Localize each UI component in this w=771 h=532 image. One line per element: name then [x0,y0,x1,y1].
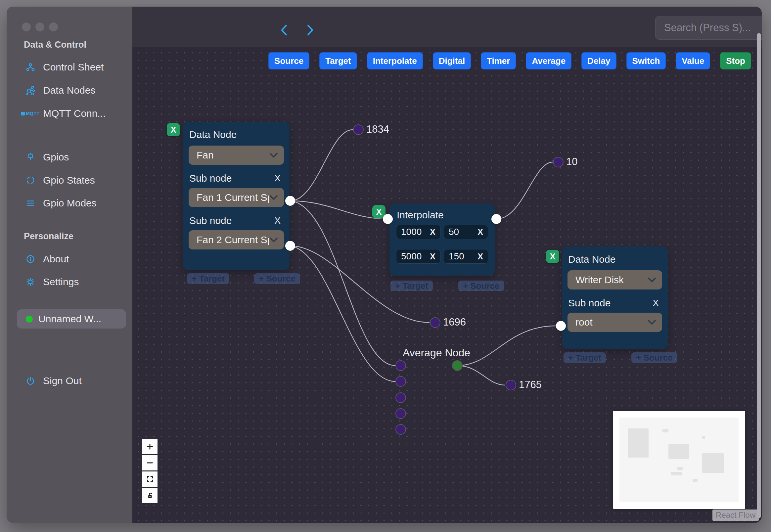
interpolate-value[interactable]: 1000 [401,227,422,237]
device-select[interactable]: Writer Disk [567,270,662,289]
interpolate-row: 5000 X 150 X [396,249,488,264]
unlock-icon [146,491,154,500]
vertical-scrollbar[interactable] [757,33,761,518]
info-icon [24,254,37,264]
react-flow-attribution[interactable]: React Flow [712,510,759,521]
value-node-handle[interactable] [553,157,564,167]
fit-view-button[interactable] [142,471,158,487]
interpolate-value-chip[interactable]: 5000 X [396,249,440,264]
add-source-handle-button[interactable]: + Source [458,281,504,291]
source-handle[interactable] [285,196,295,206]
add-target-handle-button[interactable]: + Target [564,352,606,363]
sub-node-select[interactable]: Fan 2 Current Spe [189,230,284,249]
lock-button[interactable] [142,488,158,503]
edge-value-label: 10 [566,156,577,168]
edge-value-label: 1765 [519,379,542,391]
interpolate-value[interactable]: 50 [449,227,459,237]
sidebar-item-control-sheet[interactable]: Control Sheet [24,60,104,74]
sidebar-item-gpio-modes[interactable]: Gpio Modes [24,196,97,210]
maximize-window-button[interactable] [49,22,58,31]
sidebar-item-settings[interactable]: Settings [24,275,79,289]
remove-sub-node-button[interactable]: X [651,298,661,308]
interpolate-value-chip[interactable]: 150 X [444,249,488,264]
source-handle[interactable] [491,214,501,224]
data-node-writer-disk[interactable]: Data Node Writer Disk Sub node X root [562,246,668,349]
chevron-right-icon [305,24,315,36]
interpolate-value-chip[interactable]: 50 X [444,225,488,239]
sidebar-item-label: MQTT Conn... [43,108,106,119]
mqtt-icon: MQTT [24,111,37,116]
interpolate-row: 1000 X 50 X [396,225,488,239]
remove-sub-node-button[interactable]: X [272,173,283,184]
sidebar-item-mqtt[interactable]: MQTT MQTT Conn... [24,106,106,121]
sidebar-item-label: About [43,253,69,265]
sub-node-select[interactable]: Fan 1 Current Spe [189,188,284,207]
add-source-handle-button[interactable]: + Source [254,273,300,284]
value-node-handle[interactable] [430,317,440,328]
add-digital-button[interactable]: Digital [433,52,471,69]
average-input-handle[interactable] [395,376,406,387]
add-delay-button[interactable]: Delay [581,52,616,69]
data-node-fan[interactable]: Data Node Fan Sub node X Fan 1 Current S… [183,122,290,270]
minus-icon [146,459,154,467]
node-toolbar: Source Target Interpolate Digital Timer … [268,52,751,69]
remove-sub-node-button[interactable]: X [272,215,283,226]
search-input[interactable] [655,16,762,40]
add-value-button[interactable]: Value [676,52,710,69]
close-window-button[interactable] [22,22,31,31]
add-target-button[interactable]: Target [319,52,357,69]
interpolate-value-chip[interactable]: 1000 X [396,225,440,239]
interpolate-value[interactable]: 150 [449,251,464,262]
remove-value-button[interactable]: X [477,227,483,237]
sidebar-item-workspace[interactable]: Unnamed W... [17,309,126,329]
add-target-handle-button[interactable]: + Target [390,281,433,291]
sidebar-item-sign-out[interactable]: Sign Out [24,374,82,388]
canvas-controls [142,439,158,503]
target-handle[interactable] [556,321,566,331]
gear-icon [24,277,37,287]
value-node-handle[interactable] [353,124,364,135]
interpolate-value[interactable]: 5000 [401,251,422,262]
target-handle[interactable] [383,214,393,224]
add-source-button[interactable]: Source [268,52,309,69]
add-switch-button[interactable]: Switch [626,52,666,69]
power-icon [24,376,37,386]
value-node-handle[interactable] [506,380,516,390]
delete-node-button[interactable]: X [546,250,559,263]
average-output-handle[interactable] [452,360,463,371]
minimize-window-button[interactable] [35,22,44,31]
sidebar-item-about[interactable]: About [24,252,69,266]
edge-value-label: 1834 [366,123,389,135]
remove-value-button[interactable]: X [430,227,435,237]
sidebar-item-data-nodes[interactable]: Data Nodes [24,83,95,98]
back-button[interactable] [280,24,290,36]
sub-node-row: Sub node X [189,215,283,226]
add-average-button[interactable]: Average [526,52,571,69]
zoom-out-button[interactable] [142,455,158,470]
add-target-handle-button[interactable]: + Target [187,273,229,284]
remove-value-button[interactable]: X [477,252,483,261]
interpolate-node[interactable]: Interpolate 1000 X 50 X 5000 X 150 X [389,203,495,276]
delete-node-button[interactable]: X [167,123,180,136]
source-handle[interactable] [285,241,295,251]
sidebar-item-gpios[interactable]: Gpios [24,150,69,164]
sub-node-select[interactable]: root [567,313,662,332]
add-timer-button[interactable]: Timer [481,52,516,69]
remove-value-button[interactable]: X [430,252,435,261]
sub-node-row: Sub node X [568,297,661,309]
minimap[interactable] [613,411,745,509]
add-interpolate-button[interactable]: Interpolate [367,52,423,69]
stop-button[interactable]: Stop [720,52,751,69]
forward-button[interactable] [305,24,315,36]
minimap-node [677,467,683,470]
fit-view-icon [146,475,154,483]
average-input-handle[interactable] [395,424,406,435]
average-input-handle[interactable] [395,360,406,371]
add-source-handle-button[interactable]: + Source [631,352,677,363]
sidebar-item-gpio-states[interactable]: Gpio States [24,173,95,188]
average-input-handle[interactable] [395,408,406,419]
chevron-down-icon [269,237,278,243]
zoom-in-button[interactable] [142,439,158,454]
device-select[interactable]: Fan [189,146,284,165]
average-input-handle[interactable] [395,392,406,403]
